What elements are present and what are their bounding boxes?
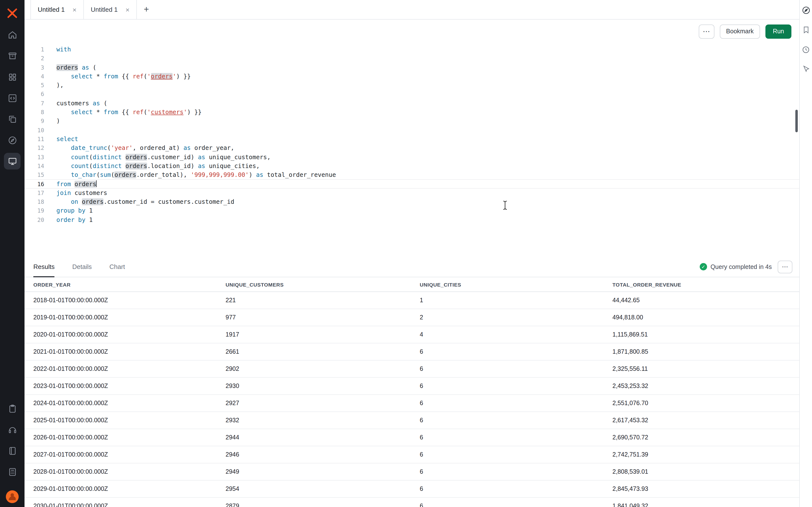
line-number: 15 <box>24 170 44 179</box>
table-cell: 494,818.00 <box>612 314 799 321</box>
table-row[interactable]: 2027-01-01T00:00:00.000Z294662,742,751.3… <box>24 446 799 463</box>
notebook-icon[interactable] <box>4 442 20 459</box>
table-row[interactable]: 2023-01-01T00:00:00.000Z293062,453,253.3… <box>24 378 799 395</box>
table-cell: 2,325,556.11 <box>612 365 799 372</box>
code-line[interactable]: 4 select * from {{ ref('orders') }} <box>24 72 799 81</box>
column-header[interactable]: ORDER_YEAR <box>33 281 225 287</box>
results-more-button[interactable]: ⋯ <box>778 260 793 273</box>
table-row[interactable]: 2028-01-01T00:00:00.000Z294962,808,539.0… <box>24 463 799 481</box>
table-cell: 2879 <box>225 503 420 507</box>
app-window: Untitled 1 × Untitled 1 × + ⋯ Bookmark R… <box>0 0 812 507</box>
line-number: 8 <box>24 108 44 117</box>
run-button[interactable]: Run <box>765 24 792 39</box>
tab-untitled-1[interactable]: Untitled 1 × <box>31 0 84 19</box>
clipboard-icon[interactable] <box>4 400 20 417</box>
code-line[interactable]: 15 to_char(sum(orders.order_total), '999… <box>24 170 799 179</box>
code-lines: 1with23orders as (4 select * from {{ ref… <box>24 45 799 224</box>
results-tab-details[interactable]: Details <box>72 257 92 277</box>
table-cell: 6 <box>420 503 612 507</box>
close-tab-icon[interactable]: × <box>125 6 130 13</box>
code-line[interactable]: 10 <box>24 126 799 135</box>
results-header-row: ORDER_YEARUNIQUE_CUSTOMERSUNIQUE_CITIEST… <box>24 277 799 292</box>
apps-grid-icon[interactable] <box>4 69 20 85</box>
table-cell: 2930 <box>225 383 420 389</box>
new-tab-button[interactable]: + <box>137 0 156 19</box>
code-line[interactable]: 20order by 1 <box>24 215 799 224</box>
table-cell: 1,115,869.51 <box>612 331 799 338</box>
more-options-button[interactable]: ⋯ <box>699 24 714 39</box>
line-number: 4 <box>24 72 44 81</box>
editor-scrollbar-thumb[interactable] <box>795 110 798 132</box>
line-number: 12 <box>24 144 44 153</box>
table-cell: 4 <box>420 331 612 338</box>
calculator-icon[interactable] <box>4 463 20 480</box>
table-cell: 2954 <box>225 486 420 492</box>
close-tab-icon[interactable]: × <box>72 6 77 13</box>
code-line[interactable]: 19group by 1 <box>24 207 799 216</box>
table-row[interactable]: 2025-01-01T00:00:00.000Z293262,617,453.3… <box>24 412 799 429</box>
storage-icon[interactable] <box>4 48 20 64</box>
code-line[interactable]: 16from orders <box>24 179 799 188</box>
bookmark-button[interactable]: Bookmark <box>720 24 760 39</box>
headphones-icon[interactable] <box>4 421 20 438</box>
pointer-icon[interactable] <box>801 64 811 74</box>
app-logo[interactable] <box>0 0 24 26</box>
code-line[interactable]: 1with <box>24 45 799 54</box>
table-cell: 2,453,253.32 <box>612 383 799 389</box>
column-header[interactable]: UNIQUE_CUSTOMERS <box>225 281 420 287</box>
table-cell: 2021-01-01T00:00:00.000Z <box>33 348 225 355</box>
compass-icon[interactable] <box>4 132 20 149</box>
table-cell: 6 <box>420 383 612 389</box>
table-row[interactable]: 2026-01-01T00:00:00.000Z294462,690,570.7… <box>24 429 799 446</box>
code-line[interactable]: 2 <box>24 54 799 63</box>
table-cell: 2661 <box>225 348 420 355</box>
table-cell: 2,742,751.39 <box>612 451 799 458</box>
results-tab-results[interactable]: Results <box>33 257 55 277</box>
code-line[interactable]: 14 count(distinct orders.location_id) as… <box>24 162 799 171</box>
editor-toolbar: ⋯ Bookmark Run <box>24 19 799 43</box>
table-cell: 2902 <box>225 365 420 372</box>
windows-icon[interactable] <box>4 111 20 127</box>
table-cell: 6 <box>420 451 612 458</box>
table-row[interactable]: 2022-01-01T00:00:00.000Z290262,325,556.1… <box>24 360 799 378</box>
code-block-icon[interactable] <box>4 90 20 106</box>
code-line[interactable]: 5), <box>24 81 799 90</box>
right-sidebar <box>799 0 812 507</box>
line-number: 7 <box>24 99 44 108</box>
table-cell: 2,845,473.93 <box>612 486 799 492</box>
table-row[interactable]: 2019-01-01T00:00:00.000Z9772494,818.00 <box>24 309 799 326</box>
table-row[interactable]: 2020-01-01T00:00:00.000Z191741,115,869.5… <box>24 326 799 343</box>
query-status: ✓ Query completed in 4s <box>700 263 772 270</box>
history-icon[interactable] <box>801 44 811 55</box>
table-cell: 2944 <box>225 434 420 441</box>
code-line[interactable]: 9) <box>24 117 799 126</box>
explore-compass-icon[interactable] <box>801 5 811 16</box>
code-line[interactable]: 13 count(distinct orders.customer_id) as… <box>24 153 799 162</box>
table-row[interactable]: 2021-01-01T00:00:00.000Z266161,871,800.8… <box>24 343 799 360</box>
code-line[interactable]: 3orders as ( <box>24 63 799 72</box>
ide-terminal-icon[interactable] <box>4 153 20 169</box>
table-cell: 2,551,076.70 <box>612 400 799 407</box>
table-row[interactable]: 2030-01-01T00:00:00.000Z287961,841,049.3… <box>24 498 799 507</box>
code-line[interactable]: 12 date_trunc('year', ordered_at) as ord… <box>24 144 799 153</box>
table-row[interactable]: 2029-01-01T00:00:00.000Z295462,845,473.9… <box>24 481 799 498</box>
table-cell: 221 <box>225 297 420 304</box>
column-header[interactable]: UNIQUE_CITIES <box>420 281 612 287</box>
tab-untitled-2[interactable]: Untitled 1 × <box>84 0 137 19</box>
line-number: 19 <box>24 207 44 216</box>
code-line[interactable]: 8 select * from {{ ref('customers') }} <box>24 108 799 117</box>
code-line[interactable]: 18 on orders.customer_id = customers.cus… <box>24 198 799 207</box>
table-row[interactable]: 2018-01-01T00:00:00.000Z221144,442.65 <box>24 292 799 309</box>
column-header[interactable]: TOTAL_ORDER_REVENUE <box>612 281 799 287</box>
user-avatar[interactable] <box>6 490 19 503</box>
line-number: 6 <box>24 90 44 99</box>
code-line[interactable]: 17join customers <box>24 188 799 198</box>
home-icon[interactable] <box>4 26 20 43</box>
code-line[interactable]: 11select <box>24 135 799 144</box>
bookmark-icon[interactable] <box>801 24 811 35</box>
results-tab-chart[interactable]: Chart <box>109 257 125 277</box>
table-row[interactable]: 2024-01-01T00:00:00.000Z292762,551,076.7… <box>24 395 799 412</box>
code-line[interactable]: 7customers as ( <box>24 99 799 108</box>
code-editor[interactable]: 1with23orders as (4 select * from {{ ref… <box>24 43 799 257</box>
code-line[interactable]: 6 <box>24 90 799 99</box>
